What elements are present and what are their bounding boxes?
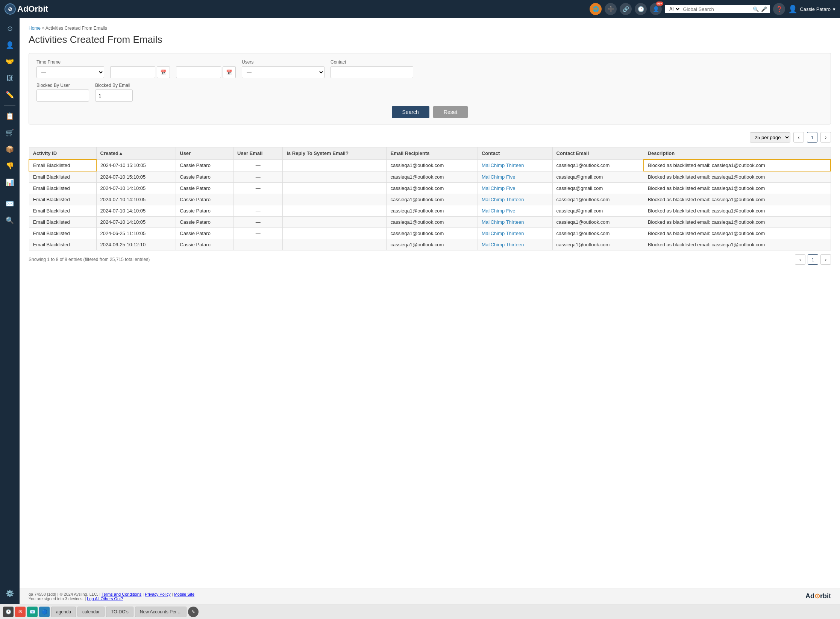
taskbar-tab-agenda[interactable]: agenda <box>51 607 76 617</box>
footer-terms-link[interactable]: Terms and Conditions <box>102 592 141 596</box>
search-scope-select[interactable]: All <box>668 6 681 12</box>
sidebar-item-search[interactable]: 🔍 <box>2 213 17 228</box>
user-menu[interactable]: 👤 Cassie Pataro ▾ <box>788 5 835 14</box>
cell-is-reply <box>283 205 387 217</box>
taskbar-tab-calendar[interactable]: calendar <box>77 607 105 617</box>
taskbar-mail-icon[interactable]: ✉ <box>15 607 26 617</box>
cell-is-reply <box>283 183 387 194</box>
sidebar-item-edit[interactable]: ✏️ <box>2 87 17 102</box>
cell-created: 2024-07-10 14:10:05 <box>96 217 176 228</box>
breadcrumb-home[interactable]: Home <box>29 26 41 31</box>
users-select[interactable]: — <box>242 66 324 78</box>
sidebar-item-packages[interactable]: 📦 <box>2 142 17 157</box>
sidebar-item-reports[interactable]: 📊 <box>2 175 17 190</box>
nav-clock-icon[interactable]: 🕐 <box>635 3 647 15</box>
time-frame-group: Time Frame — <box>36 59 104 78</box>
sidebar-item-dashboard[interactable]: ⊙ <box>2 21 17 36</box>
per-page-select[interactable]: 25 per page <box>750 132 790 143</box>
nav-link-icon[interactable]: 🔗 <box>620 3 632 15</box>
global-search-bar[interactable]: All 🔍 🎤 <box>665 5 770 13</box>
pager-prev-btn[interactable]: ‹ <box>793 132 804 143</box>
breadcrumb-current: Activities Created From Emails <box>45 26 107 31</box>
taskbar: 🕐 ✉ 📧 🔵 agenda calendar TO-DO's New Acco… <box>0 604 840 619</box>
col-description[interactable]: Description <box>644 147 831 160</box>
cell-contact-email: cassieqa@gmail.com <box>552 205 644 217</box>
footer-privacy-link[interactable]: Privacy Policy <box>145 592 170 596</box>
sidebar-item-email[interactable]: ✉️ <box>2 196 17 211</box>
taskbar-clock-icon[interactable]: 🕐 <box>3 607 14 617</box>
taskbar-multicolor-icon[interactable]: 🔵 <box>39 607 50 617</box>
col-activity-id[interactable]: Activity ID <box>29 147 96 160</box>
date-from-calendar-btn[interactable]: 📅 <box>157 66 170 78</box>
col-contact-email[interactable]: Contact Email <box>552 147 644 160</box>
col-email-recipients[interactable]: Email Recipients <box>387 147 478 160</box>
taskbar-envelope-icon[interactable]: 📧 <box>27 607 38 617</box>
global-search-input[interactable] <box>683 6 751 12</box>
cell-contact-link[interactable]: MailChimp Thirteen <box>482 219 524 225</box>
footer-log-out-link[interactable]: Log All Others Out? <box>87 596 123 601</box>
app-name: AdOrbit <box>17 4 48 14</box>
time-frame-select[interactable]: — <box>36 66 104 78</box>
nav-help-icon[interactable]: ❓ <box>773 3 785 15</box>
blocked-by-email-input[interactable] <box>95 90 133 102</box>
col-contact[interactable]: Contact <box>478 147 552 160</box>
pager-current-page[interactable]: 1 <box>807 132 817 143</box>
cell-user-email: — <box>234 228 283 239</box>
logo-icon: ⊘ <box>5 3 16 15</box>
cell-created: 2024-07-10 15:10:05 <box>96 171 176 183</box>
sidebar-divider-2 <box>4 193 15 193</box>
breadcrumb: Home » Activities Created From Emails <box>29 26 831 31</box>
cell-contact-link[interactable]: MailChimp Thirteen <box>482 242 524 247</box>
blocked-by-user-input[interactable] <box>36 90 89 102</box>
cell-contact-link[interactable]: MailChimp Five <box>482 185 516 191</box>
col-is-reply[interactable]: Is Reply To System Email? <box>283 147 387 160</box>
sidebar-item-settings[interactable]: ⚙️ <box>2 586 17 601</box>
table-body: Email Blacklisted2024-07-10 15:10:05Cass… <box>29 159 831 250</box>
nav-feed-icon[interactable]: 🌐 <box>590 3 602 15</box>
search-button[interactable]: Search <box>392 106 429 118</box>
cell-user-email: — <box>234 217 283 228</box>
cell-contact-link[interactable]: MailChimp Thirteen <box>482 231 524 236</box>
sidebar-item-orders[interactable]: 📋 <box>2 109 17 124</box>
nav-notification-icon[interactable]: 👤 99+ <box>650 3 662 15</box>
sidebar-item-deals[interactable]: 🤝 <box>2 54 17 69</box>
cell-user-email: — <box>234 171 283 183</box>
cell-contact: MailChimp Five <box>478 171 552 183</box>
app-logo[interactable]: ⊘ AdOrbit <box>5 3 48 15</box>
footer-line-2: You are signed into 3 devices. | Log All… <box>29 596 831 601</box>
search-icon[interactable]: 🔍 <box>753 6 759 12</box>
col-user-email[interactable]: User Email <box>234 147 283 160</box>
date-from-group: 📅 <box>110 59 170 78</box>
cell-email-recipients: cassieqa1@outlook.com <box>387 228 478 239</box>
sidebar-item-blacklist[interactable]: 👎 <box>2 158 17 173</box>
cell-contact-link[interactable]: MailChimp Five <box>482 208 516 214</box>
nav-add-icon[interactable]: ➕ <box>605 3 617 15</box>
col-user[interactable]: User <box>176 147 234 160</box>
cell-contact-link[interactable]: MailChimp Thirteen <box>482 197 524 202</box>
footer-mobile-link[interactable]: Mobile Site <box>174 592 194 596</box>
sidebar-item-contacts[interactable]: 👤 <box>2 38 17 53</box>
col-created[interactable]: Created▲ <box>96 147 176 160</box>
pager-next-btn[interactable]: › <box>820 132 831 143</box>
filter-row-1: Time Frame — 📅 📅 Users <box>36 59 823 78</box>
taskbar-tab-new-accounts[interactable]: New Accounts Per ... <box>135 607 186 617</box>
date-to-calendar-btn[interactable]: 📅 <box>223 66 236 78</box>
cell-contact-link[interactable]: MailChimp Five <box>482 174 516 180</box>
footer-pager-next[interactable]: › <box>820 254 831 265</box>
footer-pager-prev[interactable]: ‹ <box>795 254 805 265</box>
mic-icon[interactable]: 🎤 <box>761 6 767 12</box>
taskbar-edit-btn[interactable]: ✎ <box>188 607 199 617</box>
sidebar-item-cart[interactable]: 🛒 <box>2 125 17 140</box>
page-footer: qa 74558 [1dd] | © 2024 Aysling, LLC. | … <box>20 589 840 604</box>
date-from-input[interactable] <box>110 66 155 78</box>
contact-input[interactable] <box>331 66 413 78</box>
taskbar-tab-todo[interactable]: TO-DO's <box>106 607 133 617</box>
cell-description: Blocked as blacklisted email: cassieqa1@… <box>644 205 831 217</box>
date-to-input[interactable] <box>176 66 221 78</box>
cell-contact-email: cassieqa@gmail.com <box>552 183 644 194</box>
footer-pager-current[interactable]: 1 <box>808 254 818 265</box>
sidebar-item-media[interactable]: 🖼 <box>2 71 17 86</box>
cell-contact-link[interactable]: MailChimp Thirteen <box>482 162 524 168</box>
top-navigation: ⊘ AdOrbit 🌐 ➕ 🔗 🕐 👤 99+ All 🔍 🎤 ❓ 👤 Cass… <box>0 0 840 18</box>
reset-button[interactable]: Reset <box>433 106 468 118</box>
